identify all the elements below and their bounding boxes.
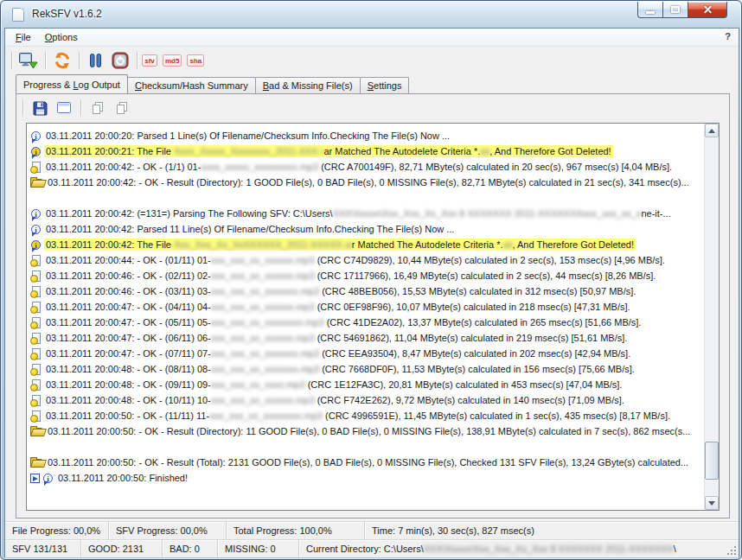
- redacted-text: sir: [480, 146, 489, 156]
- log-line[interactable]: 03.11.2011 20:00:42: - OK - Result (Dire…: [30, 175, 704, 190]
- log-line[interactable]: 03.11.2011 20:00:20: Parsed 1 Line(s) Of…: [30, 128, 704, 143]
- app-window: RekSFV v1.6.2 FileOptions ?: [0, 0, 742, 560]
- tab-bad-missing-files[interactable]: Bad & Missing File(s): [255, 77, 361, 93]
- log-line[interactable]: 03.11.2011 20:00:50: - OK - Result (Dire…: [30, 423, 704, 439]
- text: 03.11.2011 20:00:42: - OK - (1/1) 01-: [46, 162, 201, 172]
- redacted-text: xxx_xxx_xx_xxxxxx.mp3: [211, 270, 315, 281]
- log-text: 03.11.2011 20:00:44: - OK - (01/11) 01-x…: [44, 254, 667, 266]
- copy-all-button[interactable]: [110, 97, 134, 119]
- text: (CRC 7668DF0F), 11,53 MByte(s) calculate…: [319, 364, 635, 374]
- sha-button[interactable]: sha: [187, 54, 204, 67]
- scroll-up-button[interactable]: [705, 124, 719, 137]
- text: Total Progress: 100,0%: [233, 525, 332, 536]
- log-line[interactable]: 03.11.2011 20:00:48: - OK - (09/11) 09-x…: [30, 377, 704, 392]
- redacted-text: XXX\Xxxxx\Xxx_Xxx_Xx_Xxx 8 XXXXXXX 2011-…: [424, 544, 674, 554]
- minimize-icon: [646, 11, 655, 14]
- open-log-window-button[interactable]: [52, 97, 76, 119]
- save-log-button[interactable]: [28, 97, 52, 119]
- menu-options[interactable]: Options: [38, 30, 85, 44]
- log-text: 03.11.2011 20:00:42: (=131=) Parsing The…: [44, 207, 673, 220]
- md5-button[interactable]: md5: [163, 54, 182, 67]
- minimize-button[interactable]: [637, 2, 663, 18]
- resize-grip[interactable]: [726, 544, 737, 556]
- text: BAD: 0: [170, 544, 200, 554]
- redacted-text: sir: [503, 239, 513, 250]
- text: \: [674, 544, 676, 554]
- scroll-down-button[interactable]: [705, 496, 719, 510]
- log-line[interactable]: 03.11.2011 20:00:46: - OK - (03/11) 03-x…: [30, 283, 704, 299]
- log-line[interactable]: 03.11.2011 20:00:48: - OK - (10/11) 10-x…: [30, 392, 704, 408]
- tab-settings[interactable]: Settings: [360, 77, 410, 93]
- vertical-scrollbar[interactable]: [704, 124, 719, 510]
- log-line[interactable]: 03.11.2011 20:00:47: - OK - (06/11) 06-x…: [30, 330, 704, 346]
- maximize-button[interactable]: [663, 2, 688, 18]
- sfv-button[interactable]: sfv: [142, 54, 157, 67]
- text: 03.11.2011 20:00:44: - OK - (01/11) 01-: [46, 255, 211, 265]
- status-time: Time: 7 min(s), 30 sec(s), 827 msec(s): [365, 522, 739, 539]
- log-text: 03.11.2011 20:00:46: - OK - (03/11) 03-x…: [44, 285, 637, 297]
- redacted-text: xxxx_xxxxx_xxxxxxxxx.mp3: [201, 162, 318, 172]
- menu-bar: FileOptions ?: [5, 29, 739, 47]
- text: 03.11.2011 20:00:42: - OK - Result (Dire…: [48, 177, 689, 188]
- menu-file[interactable]: File: [9, 30, 38, 44]
- log-text: 03.11.2011 20:00:48: - OK - (10/11) 10-x…: [44, 394, 626, 406]
- help-menu[interactable]: ?: [725, 31, 731, 41]
- log-line[interactable]: 03.11.2011 20:00:47: - OK - (07/11) 07-x…: [30, 346, 704, 361]
- redacted-text: XXX\Xxxxx\Xxx_Xxx_Xx_Xxx 8 XXXXXXX 2011-…: [333, 208, 642, 219]
- close-button[interactable]: [688, 2, 727, 18]
- copy-selection-button[interactable]: [86, 97, 110, 119]
- file-ok-icon: [32, 395, 41, 406]
- stop-button[interactable]: [108, 49, 132, 72]
- pause-button[interactable]: [84, 49, 108, 72]
- power-icon: [112, 52, 129, 69]
- redacted-text: xxx_xxx_xx_xxxxxxxx.mp3: [209, 410, 323, 421]
- refresh-button[interactable]: [50, 49, 74, 72]
- scrollbar-thumb[interactable]: [705, 442, 719, 480]
- status-bad-count: BAD: 0: [163, 540, 218, 557]
- log-line[interactable]: 03.11.2011 20:00:42: Parsed 11 Line(s) O…: [30, 221, 704, 237]
- log-text: 03.11.2011 20:00:42: Parsed 11 Line(s) O…: [44, 223, 456, 235]
- text: 03.11.2011 20:00:20: Parsed 1 Line(s) Of…: [46, 130, 450, 141]
- title-bar[interactable]: RekSFV v1.6.2: [1, 1, 741, 28]
- separator: [137, 52, 138, 69]
- file-ok-icon: [32, 286, 41, 297]
- log-line[interactable]: 03.11.2011 20:00:44: - OK - (01/11) 01-x…: [30, 252, 704, 268]
- tab-page-progress-log: 03.11.2011 20:00:20: Parsed 1 Line(s) Of…: [16, 93, 730, 519]
- redacted-text: Xxx_Xxx_Xx_XxXXXXXX_2011-XXXXX.si: [174, 239, 352, 250]
- redacted-text: xxx_xxx_xx_xxxxxx.mp3: [211, 395, 315, 405]
- log-line[interactable]: 03.11.2011 20:00:50: - OK - Result (Tota…: [30, 455, 704, 470]
- tab-strip: Progress & Log OutputChecksum/Hash Summa…: [16, 74, 408, 93]
- log-line[interactable]: 03.11.2011 20:00:48: - OK - (08/11) 08-x…: [30, 361, 704, 377]
- folder-result-icon: [30, 428, 42, 436]
- log-line[interactable]: 03.11.2011 20:00:46: - OK - (02/11) 02-x…: [30, 268, 704, 283]
- log-line[interactable]: 03.11.2011 20:00:47: - OK - (05/11) 05-x…: [30, 315, 704, 330]
- main-toolbar: sfv md5 sha: [5, 47, 739, 74]
- log-list[interactable]: 03.11.2011 20:00:20: Parsed 1 Line(s) Of…: [27, 124, 704, 510]
- tab-progress-log-output[interactable]: Progress & Log Output: [16, 74, 128, 93]
- text: (CRC 48BEB056), 15,53 MByte(s) calculate…: [319, 286, 636, 296]
- log-line[interactable]: 03.11.2011 20:00:47: - OK - (04/11) 04-x…: [30, 299, 704, 315]
- log-line[interactable]: 03.11.2011 20:00:21: The File Xxxx_Xxxxx…: [30, 143, 704, 159]
- log-line[interactable]: 03.11.2011 20:00:42: The File Xxx_Xxx_Xx…: [30, 237, 704, 252]
- open-directory-button[interactable]: [16, 49, 41, 72]
- folder-result-icon: [30, 459, 42, 468]
- log-line[interactable]: 03.11.2011 20:00:42: (=131=) Parsing The…: [30, 206, 704, 221]
- text: 03.11.2011 20:00:48: - OK - (08/11) 08-: [46, 364, 211, 374]
- client-area: FileOptions ?: [4, 28, 739, 557]
- monitor-scan-icon: [19, 53, 38, 69]
- log-output-panel: 03.11.2011 20:00:20: Parsed 1 Line(s) Of…: [26, 123, 720, 511]
- text: 03.11.2011 20:00:46: - OK - (03/11) 03-: [46, 286, 211, 296]
- separator: [45, 52, 46, 69]
- text: (CRC A700149F), 82,71 MByte(s) calculate…: [318, 162, 672, 172]
- log-line[interactable]: 03.11.2011 20:00:42: - OK - (1/1) 01-xxx…: [30, 159, 704, 175]
- log-text: 03.11.2011 20:00:50: - OK - (11/11) 11-x…: [44, 410, 672, 422]
- log-line[interactable]: 03.11.2011 20:00:50: - OK - (11/11) 11-x…: [30, 408, 704, 423]
- log-text: 03.11.2011 20:00:21: The File Xxxx_Xxxxx…: [44, 145, 613, 157]
- log-line[interactable]: 03.11.2011 20:00:50: Finished!: [30, 470, 704, 486]
- caption-buttons: [637, 2, 727, 18]
- warning-icon: [31, 240, 41, 250]
- toolbar-grip: [11, 52, 12, 69]
- status-sfv-progress: SFV Progress: 00,0%: [109, 522, 227, 539]
- tab-checksum-hash-summary[interactable]: Checksum/Hash Summary: [127, 77, 256, 93]
- log-text: 03.11.2011 20:00:42: - OK - (1/1) 01-xxx…: [44, 161, 674, 173]
